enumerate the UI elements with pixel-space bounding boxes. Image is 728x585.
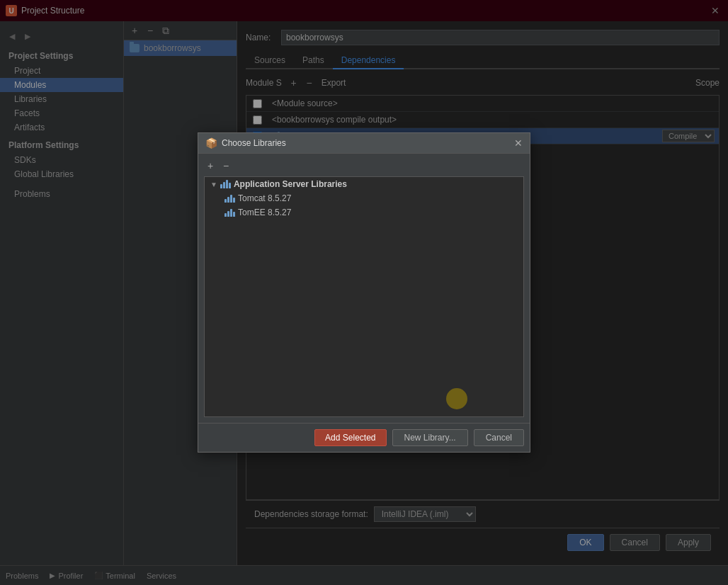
- library-list: ▼ Application Server Libraries: [204, 176, 524, 417]
- dialog-title: 📦 Choose Libraries: [205, 137, 286, 149]
- tree-item-tomee[interactable]: TomEE 8.5.27: [205, 205, 523, 220]
- tree-item-app-server[interactable]: ▼ Application Server Libraries: [205, 177, 523, 191]
- dialog-title-bar: 📦 Choose Libraries ✕: [198, 133, 530, 154]
- choose-libraries-dialog: 📦 Choose Libraries ✕ + − ▼: [198, 132, 530, 453]
- add-selected-button[interactable]: Add Selected: [314, 429, 386, 446]
- new-library-button[interactable]: New Library...: [392, 429, 468, 446]
- dialog-buttons: Add Selected New Library... Cancel: [198, 423, 530, 452]
- dialog-remove-button[interactable]: −: [220, 159, 232, 172]
- lib-icon: [220, 180, 231, 188]
- lib-icon: [224, 209, 235, 217]
- dialog-overlay: 📦 Choose Libraries ✕ + − ▼: [0, 0, 728, 585]
- dialog-cancel-button[interactable]: Cancel: [474, 429, 524, 446]
- tree-item-tomcat[interactable]: Tomcat 8.5.27: [205, 191, 523, 205]
- lib-icon: [224, 195, 235, 203]
- dialog-content: + − ▼ Application Server Libraries: [198, 154, 530, 423]
- dialog-add-button[interactable]: +: [204, 159, 217, 172]
- expand-arrow-icon: ▼: [210, 181, 217, 188]
- dialog-close-button[interactable]: ✕: [514, 137, 523, 149]
- dialog-toolbar: + −: [204, 159, 524, 172]
